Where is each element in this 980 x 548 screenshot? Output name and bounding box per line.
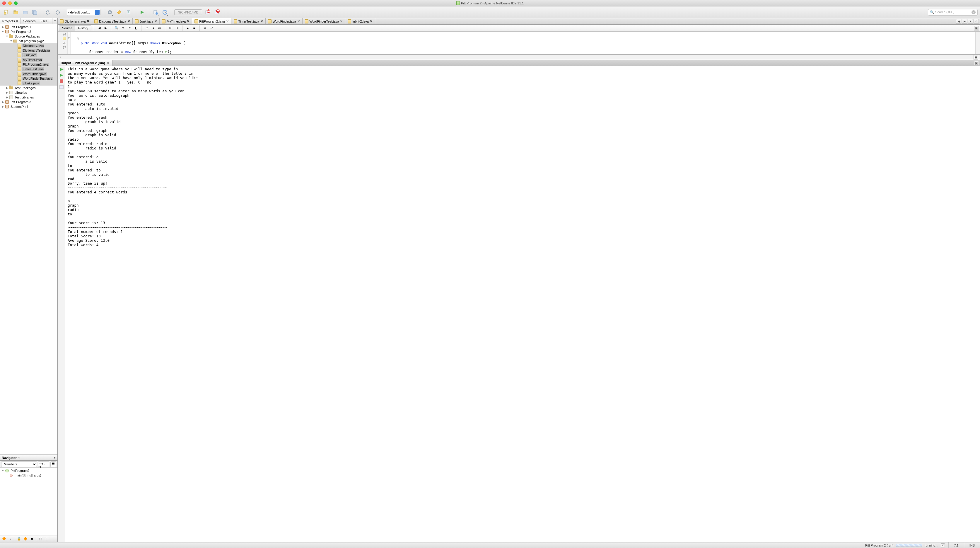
filter-icon[interactable]: 🔒 xyxy=(17,537,21,541)
project-node[interactable]: ▶Pitt Program 3 xyxy=(0,100,57,104)
caret-position[interactable]: 7:1 xyxy=(948,542,964,548)
filter-icon[interactable]: 🔶 xyxy=(2,537,6,541)
back-button[interactable]: ◀ xyxy=(96,25,102,31)
output-console[interactable]: This is a word game where you will need … xyxy=(65,66,980,542)
filter-icon[interactable]: 🔶 xyxy=(23,537,28,541)
clean-build-button[interactable] xyxy=(115,8,123,16)
project-node[interactable]: ▼Pitt Program 2 xyxy=(0,29,57,34)
editor-tab[interactable]: WordFinderTest.java✕ xyxy=(302,18,345,24)
fold-gutter[interactable]: └ ⊟ xyxy=(68,32,71,54)
project-node[interactable]: ▶StudentPitt4 xyxy=(0,104,57,109)
maximize-editor-button[interactable]: ⤢ xyxy=(974,19,979,24)
rerun-button[interactable] xyxy=(59,67,64,72)
tab-services[interactable]: Services xyxy=(21,18,38,24)
file-node[interactable]: DictionaryTest.java xyxy=(0,48,57,53)
running-task[interactable]: Pitt Program 2 (run) running… ✕ xyxy=(865,543,948,547)
close-icon[interactable]: ✕ xyxy=(260,19,263,23)
stop-macro-button[interactable]: ■ xyxy=(191,25,197,31)
editor-tab[interactable]: jubnk2.java✕ xyxy=(345,18,375,24)
editor-scrollbar[interactable] xyxy=(975,32,980,54)
code-editor[interactable]: 24 26 27 └ ⊟ */ public static void main(… xyxy=(58,32,980,54)
file-node[interactable]: TimerTest.java xyxy=(0,67,57,72)
file-node[interactable]: Dictionary.java xyxy=(0,43,57,48)
uncomment-button[interactable]: ⤢ xyxy=(208,25,215,31)
panel-menu-button[interactable]: ▾ xyxy=(54,456,56,459)
expand-editor-button[interactable]: ▣ xyxy=(974,26,979,30)
next-bookmark-button[interactable]: ↧ xyxy=(150,25,156,31)
close-icon[interactable]: ✕ xyxy=(127,19,130,23)
source-view-button[interactable]: Source xyxy=(59,25,75,31)
run-button[interactable] xyxy=(138,8,146,16)
class-node[interactable]: ▼PittProgram2 xyxy=(0,468,57,473)
libraries-node[interactable]: ▶Libraries xyxy=(0,90,57,95)
method-node[interactable]: main(String[] args) xyxy=(0,473,57,478)
close-icon[interactable]: ✕ xyxy=(16,20,18,22)
window-minimize-button[interactable] xyxy=(8,2,12,5)
maximize-output-button[interactable]: ▣ xyxy=(974,61,979,65)
file-node[interactable]: Junk.java xyxy=(0,53,57,57)
code-text[interactable]: */ public static void main(String[] args… xyxy=(71,32,975,54)
close-icon[interactable]: ✕ xyxy=(226,19,229,23)
save-all-button[interactable] xyxy=(30,8,39,16)
navigator-sort-button[interactable]: ☰ xyxy=(50,461,56,467)
clear-search-button[interactable]: ✕ xyxy=(972,10,975,14)
toggle-highlight-button[interactable]: ◧ xyxy=(133,25,139,31)
prev-bookmark-button[interactable]: ↥ xyxy=(144,25,150,31)
editor-tab[interactable]: TimerTest.java✕ xyxy=(231,18,266,24)
file-node[interactable]: WordFinder.java xyxy=(0,72,57,76)
filter-icon[interactable]: ◆ xyxy=(30,537,34,541)
navigator-filter[interactable]: <e… ▾ xyxy=(38,461,49,467)
redo-button[interactable] xyxy=(53,8,62,16)
global-search[interactable]: 🔍 Search (⌘+I) ✕ xyxy=(928,9,978,16)
new-file-button[interactable] xyxy=(2,8,11,16)
open-project-button[interactable] xyxy=(21,8,29,16)
profile-button[interactable] xyxy=(161,8,169,16)
scroll-tabs-left-button[interactable]: ◀ xyxy=(956,19,961,24)
source-packages-node[interactable]: ▼Source Packages xyxy=(0,34,57,39)
window-zoom-button[interactable] xyxy=(14,2,18,5)
project-tree[interactable]: ▶Pitt Program 1 ▼Pitt Program 2 ▼Source … xyxy=(0,24,57,454)
expand-breadcrumb-button[interactable]: ▣ xyxy=(974,55,978,60)
editor-tab[interactable]: PittProgram2.java✕ xyxy=(192,18,231,24)
plugin-reload-button[interactable] xyxy=(213,8,221,16)
save-output-button[interactable] xyxy=(59,84,64,90)
comment-button[interactable]: // xyxy=(202,25,208,31)
editor-tab[interactable]: Junk.java✕ xyxy=(133,18,160,24)
editor-tab[interactable]: DictionaryTest.java✕ xyxy=(92,18,132,24)
close-icon[interactable]: ✕ xyxy=(107,62,109,64)
scroll-tabs-right-button[interactable]: ▶ xyxy=(962,19,967,24)
close-icon[interactable]: ✕ xyxy=(154,19,157,23)
run-config-select[interactable]: <default conf… xyxy=(67,9,100,16)
project-node[interactable]: ▶Pitt Program 1 xyxy=(0,25,57,29)
find-selection-button[interactable]: 🔍 xyxy=(114,25,119,31)
filter-icon[interactable]: ▫ xyxy=(8,537,13,541)
tab-projects[interactable]: Projects✕ xyxy=(0,18,21,24)
tab-list-button[interactable]: ▼ xyxy=(968,19,973,24)
test-packages-node[interactable]: ▶Test Packages xyxy=(0,86,57,90)
close-icon[interactable]: ✕ xyxy=(370,19,372,23)
editor-tab[interactable]: MyTimer.java✕ xyxy=(160,18,192,24)
build-button[interactable] xyxy=(106,8,114,16)
undo-button[interactable] xyxy=(44,8,52,16)
close-icon[interactable]: ✕ xyxy=(187,19,189,23)
cancel-task-button[interactable]: ✕ xyxy=(941,543,945,547)
rerun-failed-button[interactable] xyxy=(59,73,64,78)
find-next-button[interactable]: ↱ xyxy=(127,25,132,31)
toggle-bookmark-button[interactable]: ▭ xyxy=(157,25,162,31)
find-prev-button[interactable]: ↰ xyxy=(120,25,126,31)
filter-icon[interactable]: ⬚ xyxy=(38,537,43,541)
close-icon[interactable]: ✕ xyxy=(87,19,89,23)
close-icon[interactable]: ✕ xyxy=(340,19,343,23)
memory-usage[interactable]: 390.4/1614MB xyxy=(174,10,202,15)
editor-tab[interactable]: WordFinder.java✕ xyxy=(266,18,302,24)
close-icon[interactable]: ✕ xyxy=(18,456,20,459)
panel-menu-button[interactable]: ▾ xyxy=(52,18,57,24)
debug-button[interactable] xyxy=(151,8,160,16)
plugin-update-button[interactable] xyxy=(203,8,212,16)
navigator-view-select[interactable]: Members xyxy=(1,461,37,467)
file-node[interactable]: MyTimer.java xyxy=(0,57,57,62)
editor-tab[interactable]: Dictionary.java✕ xyxy=(58,18,92,24)
history-view-button[interactable]: History xyxy=(75,25,91,31)
package-node[interactable]: ▼pitt.program.pkg2 xyxy=(0,39,57,43)
close-icon[interactable]: ✕ xyxy=(297,19,300,23)
